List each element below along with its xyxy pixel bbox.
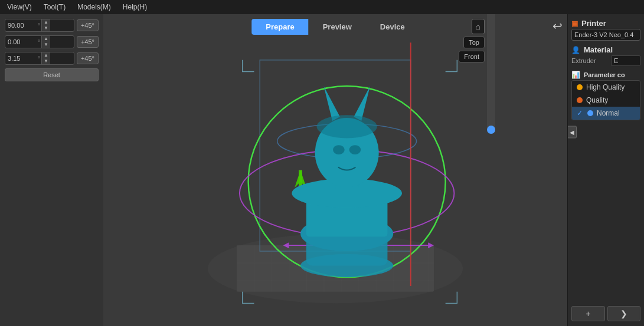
tab-device[interactable]: Device: [366, 19, 419, 35]
undo-button[interactable]: ↩: [553, 19, 563, 33]
extruder-label: Extruder: [571, 57, 596, 64]
quality-item-normal[interactable]: Quality: [572, 94, 640, 107]
menu-item-help[interactable]: Help(H): [120, 2, 149, 12]
parameter-icon: 📊: [571, 71, 580, 79]
left-panel: ° ▲ ▼ +45° ° ▲ ▼ +45°: [0, 14, 103, 326]
svg-point-23: [349, 145, 361, 154]
z-up-arrow[interactable]: ▲: [42, 52, 50, 58]
y-down-arrow[interactable]: ▼: [42, 42, 50, 48]
svg-rect-12: [299, 170, 302, 187]
printer-section: ▣ Printer: [571, 19, 640, 41]
y-input-group: ° ▲ ▼: [5, 35, 74, 48]
svg-point-24: [317, 115, 377, 138]
tab-preview[interactable]: Preview: [309, 19, 366, 35]
x-plus45-button[interactable]: +45°: [77, 19, 99, 31]
top-tabs: Prepare Preview Device: [251, 19, 419, 35]
reset-button[interactable]: Reset: [5, 68, 99, 81]
viewport[interactable]: Prepare Preview Device ⌂ Top Front ↩: [103, 14, 567, 326]
x-rotation-input[interactable]: [5, 20, 38, 31]
x-down-arrow[interactable]: ▼: [42, 25, 50, 31]
printer-label: Printer: [581, 19, 606, 28]
menu-item-models[interactable]: Models(M): [75, 2, 113, 12]
right-panel: ◀ ▣ Printer 👤 Material Extruder E 📊: [567, 14, 644, 326]
z-rotation-row: ° ▲ ▼ +45°: [5, 52, 99, 65]
z-down-arrow[interactable]: ▼: [42, 58, 50, 64]
x-arrow-buttons: ▲ ▼: [41, 19, 50, 31]
z-slider-track[interactable]: [487, 14, 495, 134]
quality-dot: [577, 97, 583, 103]
x-up-arrow[interactable]: ▲: [42, 19, 50, 25]
material-icon: 👤: [571, 46, 580, 54]
y-rotation-row: ° ▲ ▼ +45°: [5, 35, 99, 48]
z-slider-thumb-bottom[interactable]: [487, 126, 495, 134]
quality-item-selected[interactable]: ✓ Normal: [572, 107, 640, 120]
z-rotation-input[interactable]: [5, 53, 38, 64]
collapse-arrow[interactable]: ◀: [567, 126, 577, 139]
parameter-section-title: 📊 Parameter co: [571, 71, 640, 79]
printer-select[interactable]: [571, 29, 640, 41]
material-section-title: 👤 Material: [571, 45, 640, 54]
expand-profile-button[interactable]: ❯: [607, 306, 641, 321]
z-arrow-buttons: ▲ ▼: [41, 52, 50, 64]
material-section: 👤 Material Extruder E: [571, 45, 640, 66]
z-plus45-button[interactable]: +45°: [77, 52, 99, 64]
menu-item-view[interactable]: View(V): [5, 2, 34, 12]
quality-label: Quality: [586, 96, 608, 104]
x-rotation-row: ° ▲ ▼ +45°: [5, 19, 99, 32]
quality-item-high[interactable]: High Quality: [572, 81, 640, 94]
printer-icon: ▣: [571, 19, 578, 28]
panel-bottom-buttons: + ❯: [571, 300, 640, 321]
main-content: ° ▲ ▼ +45° ° ▲ ▼ +45°: [0, 14, 644, 326]
y-arrow-buttons: ▲ ▼: [41, 36, 50, 48]
x-input-group: ° ▲ ▼: [5, 19, 74, 32]
high-quality-label: High Quality: [586, 83, 625, 91]
extruder-value: E: [611, 55, 640, 66]
y-rotation-input[interactable]: [5, 37, 38, 47]
material-label: Material: [584, 45, 613, 54]
y-up-arrow[interactable]: ▲: [42, 36, 50, 42]
parameter-section: 📊 Parameter co High Quality Quality ✓: [571, 71, 640, 120]
high-quality-dot: [577, 84, 583, 90]
quality-checkmark: ✓: [577, 109, 583, 117]
z-slider: Z: 200.0: [474, 14, 508, 134]
extruder-row: Extruder E: [571, 55, 640, 66]
normal-quality-dot: [587, 110, 593, 116]
add-profile-button[interactable]: +: [571, 306, 605, 321]
normal-quality-label: Normal: [597, 109, 620, 117]
svg-point-22: [333, 145, 345, 154]
menu-bar: View(V) Tool(T) Models(M) Help(H): [0, 0, 644, 14]
z-input-group: ° ▲ ▼: [5, 52, 74, 65]
quality-list: High Quality Quality ✓ Normal: [571, 80, 640, 120]
menu-item-tool[interactable]: Tool(T): [41, 2, 68, 12]
y-plus45-button[interactable]: +45°: [77, 36, 99, 48]
tab-prepare[interactable]: Prepare: [251, 19, 308, 35]
printer-section-title: ▣ Printer: [571, 19, 640, 28]
parameter-label: Parameter co: [584, 71, 625, 78]
